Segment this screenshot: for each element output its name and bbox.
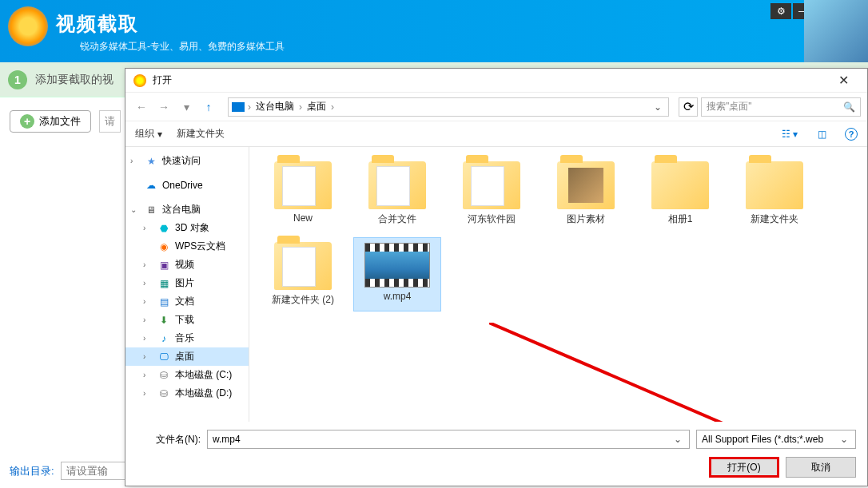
step-number: 1 [8,70,27,89]
hint-text: 请 [99,110,121,133]
folder-icon [463,161,520,209]
folder-item[interactable]: New [259,157,347,231]
step-text: 添加要截取的视 [35,73,113,87]
search-placeholder: 搜索"桌面" [707,100,752,113]
desktop-icon: 🖵 [157,351,170,363]
folder-item[interactable]: 合并文件 [353,157,441,231]
add-file-label: 添加文件 [39,114,81,129]
file-list: New 合并文件 河东软件园 图片素材 相册1 新建文件夹 新建文件夹 (2) … [249,147,867,422]
chevron-right-icon: › [248,101,251,113]
app-subtitle: 锐动多媒体工具-专业、易用、免费的多媒体工具 [80,40,285,54]
chevron-right-icon: › [331,101,334,113]
chevron-down-icon[interactable]: ⌄ [671,434,684,445]
nav-recent-button[interactable]: ▾ [177,97,196,117]
tree-disk-c[interactable]: ›⛁本地磁盘 (C:) [125,366,249,384]
chevron-down-icon: ▾ [157,129,162,140]
wps-icon: ◉ [157,240,170,253]
tree-music[interactable]: ›♪音乐 [125,329,249,347]
video-thumbnail-icon [364,243,430,288]
help-button[interactable]: ? [845,128,858,141]
cancel-button[interactable]: 取消 [786,457,856,478]
tree-wps[interactable]: ◉WPS云文档 [125,237,249,256]
app-titlebar: 视频截取 锐动多媒体工具-专业、易用、免费的多媒体工具 ⚙ — ◻ ✕ [0,0,868,62]
file-open-dialog: 打开 ✕ ← → ▾ ↑ › 这台电脑 › 桌面 › ⌄ ⟳ 搜索"桌面" 🔍 … [125,68,868,486]
folder-item[interactable]: 新建文件夹 [731,157,818,231]
disk-icon: ⛁ [157,387,170,400]
open-button[interactable]: 打开(O) [709,457,779,478]
folder-icon [746,161,803,209]
pc-icon [232,102,245,112]
tree-quick-access[interactable]: ›★快速访问 [125,152,249,170]
tree-onedrive[interactable]: ☁OneDrive [125,177,249,194]
folder-item[interactable]: 图片素材 [542,157,630,231]
new-folder-button[interactable]: 新建文件夹 [177,127,225,141]
folder-icon [274,161,332,209]
app-logo-icon [8,6,48,46]
search-input[interactable]: 搜索"桌面" 🔍 [701,97,861,117]
dialog-close-button[interactable]: ✕ [827,69,859,92]
expand-icon: › [130,157,140,165]
organize-menu[interactable]: 组织 ▾ [135,127,162,141]
view-options-button[interactable]: ☷ ▾ [781,125,798,143]
chevron-right-icon: › [299,101,302,113]
folder-icon [274,242,332,290]
annotation-arrow [489,323,867,422]
tree-this-pc[interactable]: ⌄🖥这台电脑 [125,200,249,219]
filename-label: 文件名(N): [137,433,201,446]
folder-item[interactable]: 相册1 [636,157,724,231]
collapse-icon: ⌄ [130,205,140,214]
breadcrumb-dropdown[interactable]: ⌄ [651,101,665,113]
filename-input[interactable]: w.mp4⌄ [207,430,690,449]
chevron-down-icon[interactable]: ⌄ [838,434,850,445]
tree-disk-d[interactable]: ›⛁本地磁盘 (D:) [125,384,249,403]
folder-item[interactable]: 河东软件园 [448,157,536,231]
add-file-button[interactable]: + 添加文件 [10,110,91,133]
tree-videos[interactable]: ›▣视频 [125,256,249,274]
cube-icon: ⬣ [157,222,170,235]
dialog-icon [133,74,146,87]
document-icon: ▤ [157,296,170,308]
nav-back-button[interactable]: ← [132,97,151,117]
picture-icon: ▦ [157,277,170,290]
app-title: 视频截取 [56,11,139,37]
download-icon: ⬇ [157,314,170,327]
preview-pane [804,0,868,62]
plus-icon: + [20,114,34,129]
search-icon: 🔍 [843,101,855,113]
preview-pane-button[interactable]: ◫ [813,125,830,143]
refresh-button[interactable]: ⟳ [679,97,698,117]
folder-icon [651,161,709,209]
breadcrumb[interactable]: › 这台电脑 › 桌面 › ⌄ [228,97,669,117]
dialog-title: 打开 [153,73,827,87]
music-icon: ♪ [157,332,170,345]
cloud-icon: ☁ [145,179,157,192]
nav-forward-button[interactable]: → [154,97,173,117]
tree-documents[interactable]: ›▤文档 [125,292,249,311]
folder-item[interactable]: 新建文件夹 (2) [259,237,347,311]
pc-icon: 🖥 [145,204,157,216]
output-label: 输出目录: [10,464,54,478]
video-icon: ▣ [157,259,170,272]
video-file-item[interactable]: w.mp4 [353,237,441,311]
file-type-filter[interactable]: All Support Files (*.dts;*.web⌄ [696,430,856,449]
folder-icon [557,161,615,209]
settings-button[interactable]: ⚙ [770,3,791,19]
nav-up-button[interactable]: ↑ [199,97,218,117]
breadcrumb-root[interactable]: 这台电脑 [254,100,296,113]
tree-desktop[interactable]: ›🖵桌面 [125,347,249,366]
star-icon: ★ [145,155,157,168]
tree-pictures[interactable]: ›▦图片 [125,274,249,292]
breadcrumb-folder[interactable]: 桌面 [305,100,328,113]
disk-icon: ⛁ [157,369,170,382]
folder-tree: ›★快速访问 ☁OneDrive ⌄🖥这台电脑 ›⬣3D 对象 ◉WPS云文档 … [125,147,249,422]
svg-line-0 [489,323,867,422]
tree-downloads[interactable]: ›⬇下载 [125,311,249,329]
folder-icon [368,161,426,209]
tree-3d-objects[interactable]: ›⬣3D 对象 [125,219,249,237]
